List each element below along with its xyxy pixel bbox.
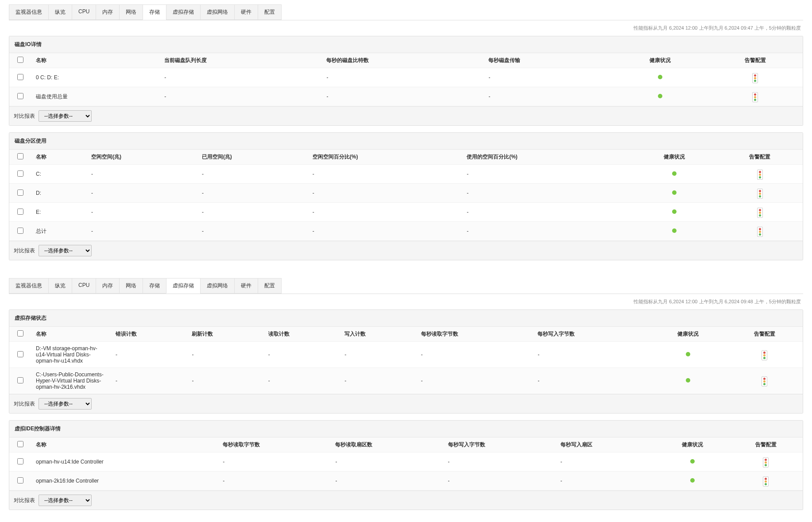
table-ide-controller: 名称 每秒读取字节数 每秒读取扇区数 每秒写入字节数 每秒写入扇区 健康状况 告… xyxy=(9,437,803,491)
col-write-bps: 每秒写入字节数 xyxy=(444,437,556,452)
table-disk-io: 名称 当前磁盘队列长度 每秒的磁盘比特数 每秒磁盘传输 健康状况 告警配置 0 … xyxy=(9,53,803,106)
tab-内存[interactable]: 内存 xyxy=(96,4,120,20)
tab-网络[interactable]: 网络 xyxy=(119,4,143,20)
panel-footer-vstorage: 对比报表 --选择参数-- xyxy=(9,394,803,413)
alert-config-icon[interactable] xyxy=(762,350,767,360)
select-ide-param[interactable]: --选择参数-- xyxy=(39,495,92,506)
col-name: 名称 xyxy=(31,437,218,452)
alert-config-icon[interactable] xyxy=(757,208,763,218)
tab-纵览[interactable]: 纵览 xyxy=(48,278,72,294)
row-checkbox[interactable] xyxy=(17,170,23,177)
panel-title-vstorage: 虚拟存储状态 xyxy=(9,310,803,327)
cell-v2: - xyxy=(331,452,443,472)
col-free-mb: 空闲空间(兆) xyxy=(87,150,197,165)
select-vstorage-param[interactable]: --选择参数-- xyxy=(39,398,92,410)
tab-内存[interactable]: 内存 xyxy=(96,278,120,294)
tab-硬件[interactable]: 硬件 xyxy=(234,4,258,20)
checkbox-partition-all[interactable] xyxy=(17,153,23,159)
panel-ide-controller: 虚拟IDE控制器详情 名称 每秒读取字节数 每秒读取扇区数 每秒写入字节数 每秒… xyxy=(9,420,803,510)
cell-v4: - xyxy=(462,222,631,241)
cell-name: D:-VM storage-opman-hv-u14-Virtual Hard … xyxy=(31,342,111,368)
alert-config-icon[interactable] xyxy=(763,476,769,487)
tab-CPU[interactable]: CPU xyxy=(72,4,96,20)
tab-硬件[interactable]: 硬件 xyxy=(234,278,258,294)
col-error-count: 错误计数 xyxy=(111,327,187,342)
col-alert-config: 告警配置 xyxy=(717,150,803,165)
row-checkbox[interactable] xyxy=(17,93,23,99)
tab-虚拟网络[interactable]: 虚拟网络 xyxy=(200,4,235,20)
col-alert-config: 告警配置 xyxy=(708,53,803,68)
panel-title-ide: 虚拟IDE控制器详情 xyxy=(9,421,803,437)
tabs-virtual-storage: 监视器信息纵览CPU内存网络存储虚拟存储虚拟网络硬件配置 xyxy=(9,278,803,294)
panel-footer-disk-io: 对比报表 --选择参数-- xyxy=(9,106,803,125)
panel-disk-io: 磁盘IO详情 名称 当前磁盘队列长度 每秒的磁盘比特数 每秒磁盘传输 健康状况 … xyxy=(9,36,803,126)
col-health: 健康状况 xyxy=(656,437,729,452)
col-health: 健康状况 xyxy=(613,53,708,68)
col-used-pct: 使用的空间百分比(%) xyxy=(462,150,631,165)
checkbox-disk-io-all[interactable] xyxy=(17,57,23,63)
cell-v5: - xyxy=(417,368,534,394)
select-partition-param[interactable]: --选择参数-- xyxy=(39,245,92,256)
table-row: 磁盘使用总量--- xyxy=(9,87,803,106)
table-row: D:-VM storage-opman-hv-u14-Virtual Hard … xyxy=(9,342,803,368)
alert-config-icon[interactable] xyxy=(757,227,763,237)
alert-config-icon[interactable] xyxy=(752,73,758,83)
cell-v3: - xyxy=(444,472,556,491)
timestamp-virtual-storage: 性能指标从九月 6,2024 12:00 上午到九月 6,2024 09:48 … xyxy=(9,298,803,305)
row-checkbox[interactable] xyxy=(17,228,23,234)
col-alert-config: 告警配置 xyxy=(729,437,803,452)
alert-config-icon[interactable] xyxy=(762,376,767,387)
col-read-bps: 每秒读取字节数 xyxy=(417,327,534,342)
tab-纵览[interactable]: 纵览 xyxy=(48,4,72,20)
tab-虚拟网络[interactable]: 虚拟网络 xyxy=(200,278,235,294)
col-write-bps: 每秒写入字节数 xyxy=(533,327,650,342)
tab-存储[interactable]: 存储 xyxy=(143,4,166,20)
table-row: opman-hv-u14:Ide Controller---- xyxy=(9,452,803,472)
cell-v3: - xyxy=(264,368,340,394)
cell-v1: - xyxy=(87,222,197,241)
tab-配置[interactable]: 配置 xyxy=(258,278,282,294)
col-name: 名称 xyxy=(31,53,160,68)
tab-网络[interactable]: 网络 xyxy=(119,278,143,294)
row-checkbox[interactable] xyxy=(17,351,23,357)
tab-虚拟存储[interactable]: 虚拟存储 xyxy=(166,278,201,294)
checkbox-ide-all[interactable] xyxy=(17,441,23,447)
alert-config-icon[interactable] xyxy=(763,457,769,468)
cell-v4: - xyxy=(556,452,656,472)
health-dot-icon xyxy=(686,378,690,383)
cell-v1: - xyxy=(87,165,197,184)
cell-v4: - xyxy=(462,184,631,203)
compare-report-label: 对比报表 xyxy=(14,247,35,255)
tab-监视器信息[interactable]: 监视器信息 xyxy=(9,278,49,294)
row-checkbox[interactable] xyxy=(17,189,23,196)
row-checkbox[interactable] xyxy=(17,458,23,464)
checkbox-vstorage-all[interactable] xyxy=(17,330,23,336)
row-checkbox[interactable] xyxy=(17,377,23,383)
panel-virtual-storage: 虚拟存储状态 名称 错误计数 刷新计数 读取计数 写入计数 每秒读取字节数 每秒… xyxy=(9,309,803,414)
cell-name: C:-Users-Public-Documents-Hyper-V-Virtua… xyxy=(31,368,111,394)
table-row: E:---- xyxy=(9,203,803,222)
cell-v4: - xyxy=(462,165,631,184)
alert-config-icon[interactable] xyxy=(752,92,758,102)
cell-v1: - xyxy=(111,342,187,368)
alert-config-icon[interactable] xyxy=(757,170,763,180)
col-name: 名称 xyxy=(31,150,87,165)
row-checkbox[interactable] xyxy=(17,477,23,483)
health-dot-icon xyxy=(672,171,677,176)
cell-v3: - xyxy=(264,342,340,368)
health-dot-icon xyxy=(672,228,677,233)
col-free-pct: 空闲空间百分比(%) xyxy=(308,150,462,165)
tab-存储[interactable]: 存储 xyxy=(143,278,166,294)
tab-配置[interactable]: 配置 xyxy=(258,4,282,20)
tab-监视器信息[interactable]: 监视器信息 xyxy=(9,4,49,20)
row-checkbox[interactable] xyxy=(17,209,23,215)
table-virtual-storage: 名称 错误计数 刷新计数 读取计数 写入计数 每秒读取字节数 每秒写入字节数 健… xyxy=(9,327,803,394)
tab-虚拟存储[interactable]: 虚拟存储 xyxy=(166,4,201,20)
alert-config-icon[interactable] xyxy=(757,189,763,199)
select-disk-io-param[interactable]: --选择参数-- xyxy=(39,110,92,122)
col-health: 健康状况 xyxy=(632,150,717,165)
panel-partition-usage: 磁盘分区使用 名称 空闲空间(兆) 已用空间(兆) 空闲空间百分比(%) 使用的… xyxy=(9,132,803,260)
tab-CPU[interactable]: CPU xyxy=(72,278,96,294)
cell-v4: - xyxy=(462,203,631,222)
row-checkbox[interactable] xyxy=(17,74,23,80)
